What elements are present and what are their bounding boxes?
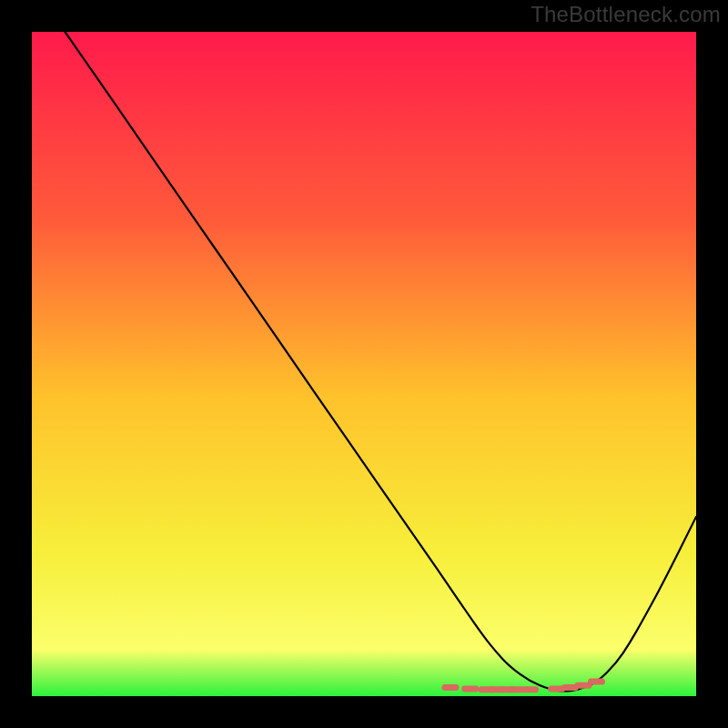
gradient-background <box>32 32 696 696</box>
plot-area <box>32 32 696 696</box>
chart-frame: TheBottleneck.com <box>0 0 728 728</box>
bottleneck-chart <box>32 32 696 696</box>
watermark-text: TheBottleneck.com <box>531 2 721 27</box>
